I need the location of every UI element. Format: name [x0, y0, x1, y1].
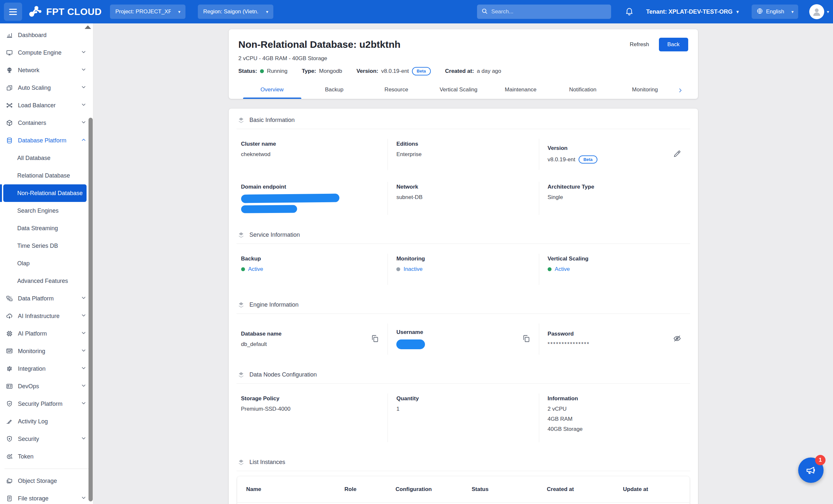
project-select[interactable]: Project: PROJECT_XPL... ▾ [110, 4, 186, 19]
search-input[interactable] [491, 8, 607, 15]
chevron-down-icon [81, 67, 87, 74]
chevron-down-icon [81, 383, 87, 390]
network-icon [6, 67, 13, 74]
main-content: Non-Relational Database: u2btktnh Refres… [93, 23, 833, 504]
auto-scaling-icon [6, 84, 13, 91]
monitoring-status-link[interactable]: Inactive [404, 266, 423, 273]
refresh-button[interactable]: Refresh [629, 41, 649, 48]
tab-vertical-scaling[interactable]: Vertical Scaling [428, 82, 490, 99]
sidebar-item-data-streaming[interactable]: Data Streaming [3, 220, 87, 237]
sidebar-item-time-series-db[interactable]: Time Series DB [3, 237, 87, 255]
sidebar-item-relational-database[interactable]: Relational Database [3, 167, 87, 184]
sidebar-item-ai-infrastructure[interactable]: AI Infrastructure [3, 307, 87, 325]
dashboard-icon [6, 31, 13, 39]
sidebar-item-dashboard[interactable]: Dashboard [3, 26, 87, 44]
copy-icon[interactable] [371, 334, 379, 344]
monitoring-service-field: Monitoring Inactive [387, 254, 539, 285]
announcements-fab[interactable]: 1 [798, 457, 824, 483]
section-data-nodes-configuration: Data Nodes Configuration [237, 364, 690, 383]
sidebar-item-containers[interactable]: Containers [3, 114, 87, 132]
sidebar-item-non-relational-database[interactable]: Non-Relational Database [3, 184, 87, 202]
chevron-down-icon: ▾ [827, 9, 829, 14]
sidebar-item-ai-platform[interactable]: AI Platform [3, 325, 87, 343]
chevron-down-icon [81, 84, 87, 92]
tab-monitoring[interactable]: Monitoring [614, 82, 676, 99]
load-balancer-icon [6, 102, 13, 109]
tabs-overflow-chevron-right-icon[interactable] [676, 82, 686, 99]
backup-status-link[interactable]: Active [248, 266, 263, 273]
sidebar-item-olap[interactable]: Olap [3, 255, 87, 272]
password-field: Password *************** [539, 324, 690, 355]
shield-icon [6, 435, 13, 443]
sidebar-item-load-balancer[interactable]: Load Balancer [3, 97, 87, 114]
sidebar-item-all-database[interactable]: All Database [3, 149, 87, 167]
running-status-dot [260, 69, 264, 73]
notification-bell-icon[interactable] [625, 6, 634, 17]
section-service-information: Service Information [237, 225, 690, 244]
edit-pencil-icon[interactable] [673, 150, 681, 159]
tab-backup[interactable]: Backup [303, 82, 365, 99]
sidebar-item-security-platform[interactable]: Security Platform [3, 395, 87, 413]
chevron-down-icon [81, 102, 87, 109]
beta-badge: Beta [578, 155, 597, 164]
vertical-scaling-status-link[interactable]: Active [555, 266, 570, 273]
sidebar-item-object-storage[interactable]: Object Storage [3, 472, 87, 490]
status-meta: Status: Running [239, 68, 288, 74]
chevron-down-icon [81, 49, 87, 56]
sidebar-item-search-engines[interactable]: Search Engines [3, 202, 87, 220]
eye-off-icon[interactable] [673, 334, 681, 344]
hamburger-menu-button[interactable] [4, 3, 22, 21]
fpt-molecule-icon [28, 4, 43, 20]
redaction-mark [396, 339, 425, 349]
chevron-down-icon [81, 119, 87, 127]
chevron-up-icon [81, 137, 87, 144]
beta-badge: Beta [412, 67, 431, 75]
chevron-down-icon [81, 435, 87, 443]
sidebar-item-integration[interactable]: Integration [3, 360, 87, 378]
sidebar-item-compute-engine[interactable]: Compute Engine [3, 44, 87, 61]
sidebar-item-security[interactable]: Security [3, 430, 87, 448]
instances-table-header: Name Role Configuration Status Created a… [237, 476, 690, 502]
region-select[interactable]: Region: Saigon (Vietn... ▾ [198, 4, 273, 19]
layers-icon [237, 301, 245, 309]
tab-resource[interactable]: Resource [365, 82, 428, 99]
tab-notification[interactable]: Notification [552, 82, 614, 99]
page-title: Non-Relational Database: u2btktnh [239, 39, 630, 50]
sidebar-item-file-storage[interactable]: File storage [3, 490, 87, 504]
top-navigation-bar: FPT CLOUD Project: PROJECT_XPL... ▾ Regi… [0, 0, 833, 23]
service-info-row: Backup Active Monitoring Inactive Vertic… [237, 244, 690, 295]
chevron-down-icon: ▾ [736, 9, 739, 14]
detail-header-card: Non-Relational Database: u2btktnh Refres… [229, 29, 698, 99]
sidebar-item-monitoring[interactable]: Monitoring [3, 343, 87, 360]
tenant-select[interactable]: Tenant: XPLAT-DEV-TEST-ORG ▾ [646, 8, 739, 15]
sidebar-item-auto-scaling[interactable]: Auto Scaling [3, 79, 87, 97]
cluster-name-field: Cluster name cheknetwod [237, 139, 388, 170]
database-name-field: Database name db_default [237, 324, 388, 355]
sidebar-scrollbar[interactable] [89, 118, 93, 501]
back-button[interactable]: Back [659, 38, 688, 51]
sidebar-item-activity-log[interactable]: Activity Log [3, 413, 87, 430]
chevron-down-icon [81, 330, 87, 337]
tab-overview[interactable]: Overview [241, 82, 303, 99]
chevron-down-icon [81, 365, 87, 373]
chevron-down-icon [81, 495, 87, 502]
tab-maintenance[interactable]: Maintenance [490, 82, 552, 99]
copy-icon[interactable] [522, 334, 530, 344]
sidebar-item-data-platform[interactable]: Data Platform [3, 290, 87, 307]
sidebar-item-database-platform[interactable]: Database Platform [3, 132, 87, 149]
global-search [477, 4, 611, 19]
resource-spec-subtitle: 2 vCPU - 4GB RAM - 40GB Storage [239, 55, 688, 62]
section-basic-information: Basic Information [237, 110, 690, 129]
sidebar-item-advanced-features[interactable]: Advanced Features [3, 272, 87, 290]
fpt-cloud-logo[interactable]: FPT CLOUD [28, 4, 101, 20]
quantity-field: Quantity 1 [387, 394, 539, 442]
user-menu[interactable]: ▾ [809, 4, 829, 19]
sidebar-item-devops[interactable]: DevOps [3, 378, 87, 395]
language-select[interactable]: English ▾ [752, 4, 798, 19]
sidebar-item-token[interactable]: Token [3, 448, 87, 465]
globe-icon [756, 7, 763, 16]
id-card-icon [6, 383, 13, 390]
cloud-sync-icon [6, 312, 13, 320]
sidebar-item-network[interactable]: Network [3, 61, 87, 79]
active-status-dot [548, 267, 551, 271]
